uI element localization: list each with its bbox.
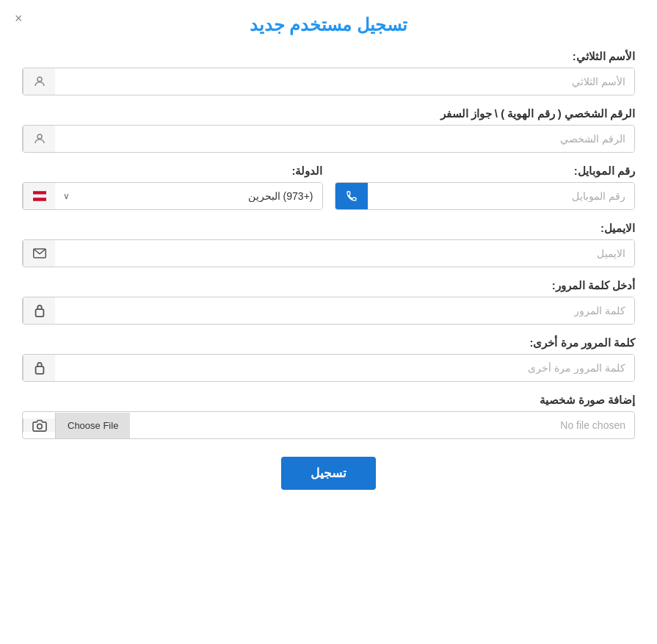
svg-rect-4: [33, 198, 46, 201]
submit-row: تسجيل: [22, 457, 635, 490]
phone-col: رقم الموبايل:: [335, 164, 636, 210]
confirm-password-label: كلمة المرور مرة أخرى:: [22, 336, 635, 350]
password-group: أدخل كلمة المرور:: [22, 279, 635, 325]
email-input-wrapper: [22, 239, 635, 267]
modal-title: تسجيل مستخدم جديد: [22, 15, 635, 35]
email-icon: [23, 240, 55, 267]
confirm-lock-icon: [23, 355, 55, 381]
phone-label: رقم الموبايل:: [335, 164, 636, 178]
password-label: أدخل كلمة المرور:: [22, 279, 635, 292]
full-name-group: الأسم الثلاثي:: [22, 50, 635, 95]
svg-rect-6: [35, 309, 43, 316]
country-label: الدولة:: [22, 164, 323, 178]
flag-icon: [23, 183, 55, 209]
svg-rect-3: [33, 195, 46, 198]
full-name-label: الأسم الثلاثي:: [22, 50, 635, 63]
id-number-input[interactable]: [55, 126, 634, 152]
choose-file-button[interactable]: Choose File: [55, 413, 130, 438]
phone-input[interactable]: [368, 183, 635, 209]
phone-icon-button[interactable]: [335, 183, 368, 209]
country-select-wrapper: (+973) البحرين ∨: [22, 182, 323, 210]
country-select[interactable]: (+973) البحرين: [77, 183, 322, 209]
file-input-wrapper: No file chosen Choose File: [22, 411, 635, 439]
lock-icon: [23, 297, 55, 324]
submit-button[interactable]: تسجيل: [281, 457, 376, 490]
chevron-down-icon: ∨: [55, 183, 77, 209]
email-input[interactable]: [55, 240, 634, 267]
country-col: الدولة: (+973) البحرين ∨: [22, 164, 323, 210]
password-input-wrapper: [22, 297, 635, 325]
svg-point-8: [37, 424, 42, 429]
country-phone-row: رقم الموبايل: الدولة: (+973) البحرين ∨: [22, 164, 635, 210]
id-user-icon: [23, 126, 55, 152]
svg-point-0: [37, 77, 42, 82]
email-label: الايميل:: [22, 222, 635, 235]
confirm-password-input[interactable]: [55, 355, 634, 381]
close-icon: ×: [15, 11, 23, 26]
svg-point-1: [37, 134, 42, 139]
file-info-text: No file chosen: [130, 412, 634, 438]
confirm-password-input-wrapper: [22, 354, 635, 382]
password-input[interactable]: [55, 297, 634, 324]
profile-photo-label: إضافة صورة شخصية: [22, 394, 635, 407]
svg-rect-2: [33, 191, 46, 195]
full-name-input-wrapper: [22, 68, 635, 95]
confirm-password-group: كلمة المرور مرة أخرى:: [22, 336, 635, 382]
profile-photo-group: إضافة صورة شخصية No file chosen Choose F…: [22, 394, 635, 439]
id-number-label: الرقم الشخصي ( رقم الهوية ) \ جواز السفر: [22, 107, 635, 120]
id-number-group: الرقم الشخصي ( رقم الهوية ) \ جواز السفر: [22, 107, 635, 153]
id-number-input-wrapper: [22, 125, 635, 153]
email-group: الايميل:: [22, 222, 635, 267]
camera-icon: [23, 419, 55, 432]
svg-rect-7: [35, 366, 43, 374]
phone-input-wrapper: [335, 182, 636, 210]
full-name-input[interactable]: [55, 68, 634, 95]
registration-modal: × تسجيل مستخدم جديد الأسم الثلاثي: الرقم…: [0, 0, 657, 644]
user-icon: [23, 68, 55, 95]
close-button[interactable]: ×: [15, 12, 23, 25]
